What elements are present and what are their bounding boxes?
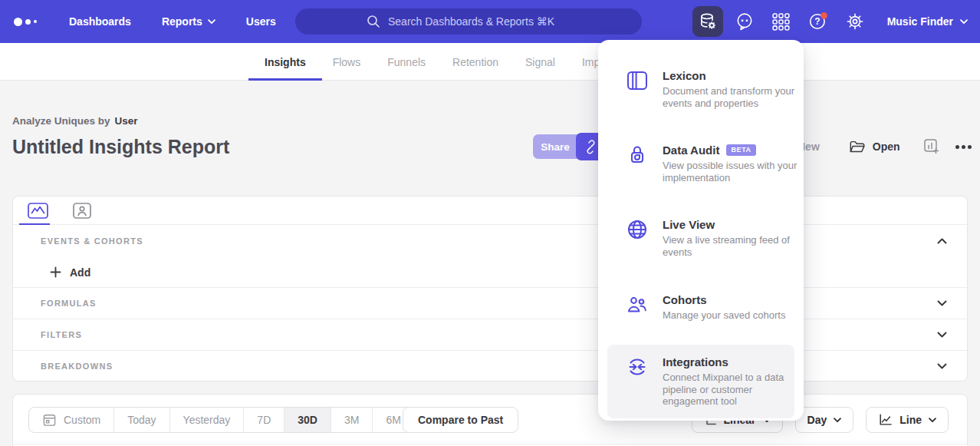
chevron-down-icon — [929, 418, 936, 423]
range-label: Custom — [64, 414, 100, 426]
interval-label: Day — [807, 414, 827, 426]
project-switcher[interactable]: Music Finder — [887, 15, 968, 28]
menu-item-integrations[interactable]: Integrations Connect Mixpanel to a data … — [607, 345, 794, 418]
menu-item-data-audit[interactable]: Data Audit BETA View possible issues wit… — [607, 133, 794, 194]
nav-item-dashboards[interactable]: Dashboards — [69, 15, 131, 28]
menu-item-title: Integrations — [663, 355, 728, 368]
apps-button[interactable] — [766, 6, 797, 37]
settings-button[interactable] — [840, 6, 870, 37]
primary-nav: Dashboards Reports Users — [69, 15, 276, 28]
range-label: 7D — [257, 414, 271, 426]
svg-text:?: ? — [814, 16, 820, 27]
nav-item-users[interactable]: Users — [246, 15, 276, 28]
tab-label: Flows — [333, 56, 361, 68]
more-options-button[interactable] — [955, 145, 972, 149]
menu-item-text: Cohorts Manage your saved cohorts — [663, 293, 799, 322]
mixpanel-logo-icon[interactable] — [14, 18, 37, 26]
nav-item-label: Users — [246, 15, 276, 28]
user-card-icon — [73, 203, 91, 219]
range-today[interactable]: Today — [114, 408, 169, 432]
range-label: Yesterday — [183, 414, 231, 426]
nav-item-label: Reports — [162, 15, 202, 28]
search-input[interactable] — [388, 15, 571, 28]
tab-label: Funnels — [387, 56, 426, 68]
expand-section-button[interactable] — [934, 297, 950, 309]
tab-retention[interactable]: Retention — [452, 43, 498, 81]
add-label: Add — [70, 266, 90, 279]
chevron-down-icon — [937, 300, 947, 306]
open-report-button[interactable]: Open — [849, 140, 900, 154]
cohorts-users-icon — [626, 293, 649, 322]
line-chart-type-icon — [878, 413, 893, 427]
tab-label: Signal — [525, 56, 555, 68]
range-label: 6M — [386, 414, 400, 426]
expand-section-button[interactable] — [934, 329, 950, 341]
expand-section-button[interactable] — [934, 360, 950, 372]
share-button[interactable]: Share — [533, 134, 577, 159]
analysis-context: Analyze Uniques byUser — [12, 115, 138, 127]
range-yesterday[interactable]: Yesterday — [170, 408, 245, 432]
interval-dropdown[interactable]: Day — [795, 407, 854, 433]
section-label: EVENTS & COHORTS — [41, 236, 143, 246]
context-value-user[interactable]: User — [115, 115, 138, 127]
breakdowns-section-header[interactable]: BREAKDOWNS — [13, 350, 967, 382]
tab-flows[interactable]: Flows — [333, 43, 361, 81]
link-icon — [584, 140, 598, 154]
chart-type-dropdown[interactable]: Line — [866, 407, 949, 433]
nav-right-cluster: ? Music Finder — [686, 0, 968, 43]
global-search[interactable] — [295, 8, 642, 35]
add-to-dashboard-button[interactable] — [923, 138, 940, 155]
range-30d[interactable]: 30D — [284, 408, 331, 432]
menu-item-text: Integrations Connect Mixpanel to a data … — [663, 355, 799, 408]
apps-grid-icon — [772, 13, 790, 31]
nav-item-label: Dashboards — [69, 15, 131, 28]
menu-item-title: Lexicon — [663, 69, 706, 82]
menu-item-live-view[interactable]: Live View View a live streaming feed of … — [607, 207, 794, 269]
tab-signal[interactable]: Signal — [525, 43, 555, 81]
chevron-down-icon — [960, 19, 968, 25]
chart-type-label: Line — [899, 414, 922, 426]
live-view-globe-icon — [626, 218, 649, 258]
filters-section-header[interactable]: FILTERS — [13, 319, 967, 350]
events-mode-tab[interactable] — [24, 199, 51, 222]
menu-item-title: Live View — [663, 218, 715, 231]
menu-item-lexicon[interactable]: Lexicon Document and transform your even… — [607, 58, 794, 120]
range-label: 30D — [298, 414, 317, 426]
calendar-icon — [42, 412, 57, 428]
events-cohorts-section-header[interactable]: EVENTS & COHORTS — [13, 225, 967, 257]
beta-badge: BETA — [726, 144, 755, 156]
add-event-button[interactable]: Add — [50, 266, 90, 279]
message-bubble-icon — [735, 12, 754, 31]
data-tools-menu: Lexicon Document and transform your even… — [598, 40, 804, 421]
nav-item-reports[interactable]: Reports — [162, 15, 215, 28]
query-builder-card: EVENTS & COHORTS Add FORMULAS FILTERS BR… — [12, 196, 968, 382]
section-label: FILTERS — [41, 330, 82, 339]
search-icon — [367, 15, 380, 28]
line-chart-icon — [28, 203, 48, 219]
menu-item-cohorts[interactable]: Cohorts Manage your saved cohorts — [607, 282, 794, 332]
data-management-button[interactable] — [692, 6, 723, 37]
compare-to-past-button[interactable]: Compare to Past — [403, 407, 518, 433]
range-3m[interactable]: 3M — [331, 408, 373, 432]
open-label: Open — [873, 140, 900, 153]
folder-icon — [849, 140, 866, 154]
menu-item-description: Document and transform your events and p… — [663, 85, 799, 109]
tab-insights[interactable]: Insights — [265, 43, 306, 81]
menu-item-description: Connect Mixpanel to a data pipeline or c… — [663, 372, 799, 408]
active-mode-underline — [19, 223, 50, 225]
tab-funnels[interactable]: Funnels — [387, 43, 426, 81]
report-tabbar: Insights Flows Funnels Retention Signal … — [0, 43, 980, 81]
add-event-row: Add — [13, 257, 967, 287]
range-custom[interactable]: Custom — [29, 408, 114, 432]
section-label: FORMULAS — [41, 299, 97, 308]
lexicon-icon — [626, 69, 649, 109]
formulas-section-header[interactable]: FORMULAS — [13, 287, 967, 319]
feedback-button[interactable] — [729, 6, 760, 37]
top-nav: Dashboards Reports Users — [0, 0, 980, 43]
collapse-section-button[interactable] — [934, 235, 950, 247]
page-title[interactable]: Untitled Insights Report — [12, 136, 229, 158]
help-button[interactable]: ? — [803, 6, 834, 37]
share-button-group: Share — [533, 133, 605, 160]
range-7d[interactable]: 7D — [244, 408, 284, 432]
users-mode-tab[interactable] — [68, 199, 96, 222]
